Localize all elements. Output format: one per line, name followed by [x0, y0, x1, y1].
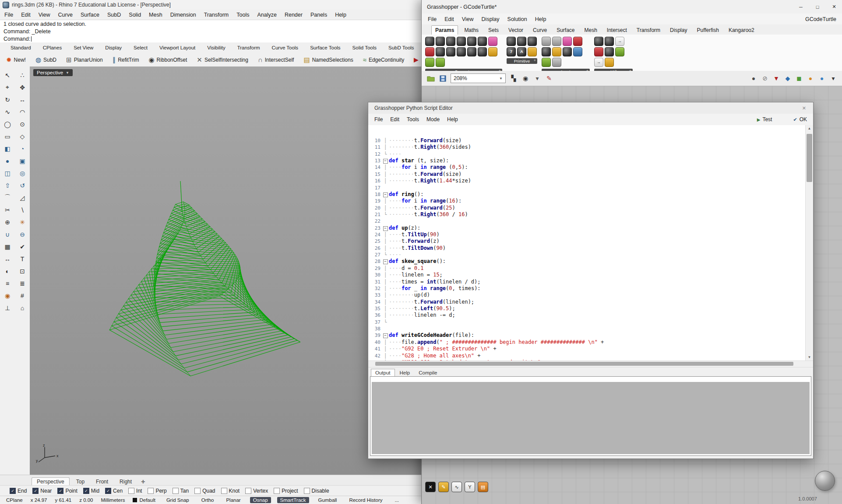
menu-item[interactable]: SubD	[107, 12, 121, 18]
wire-widget-icon[interactable]: Y	[465, 482, 475, 492]
util-param-icon[interactable]	[594, 47, 603, 56]
input-param-icon[interactable]	[552, 58, 561, 67]
primitive-param-icon[interactable]	[528, 37, 537, 46]
paint-icon[interactable]: ✎	[545, 74, 553, 82]
gem-blue-icon[interactable]: ◆	[784, 74, 792, 82]
box-icon[interactable]: ▣	[17, 156, 28, 166]
editor-tab[interactable]: Compile	[415, 369, 441, 376]
planar-union-button[interactable]: ⊞ PlanarUnion	[66, 56, 103, 63]
minimize-button[interactable]: ─	[793, 1, 809, 13]
component-tab[interactable]: Transform	[633, 26, 664, 35]
selected-preview-icon[interactable]: ▼	[772, 74, 780, 82]
viewport-tab[interactable]: Perspective	[32, 477, 70, 486]
osnap-toggle[interactable]: Disable	[304, 488, 329, 494]
input-param-icon[interactable]	[542, 37, 551, 46]
editor-tab[interactable]: Help	[396, 369, 414, 376]
new-button[interactable]: ✹ New!	[6, 56, 26, 63]
explode-icon[interactable]: ✳	[17, 217, 28, 227]
no-preview-icon[interactable]: ⊘	[761, 74, 769, 82]
analyze-icon[interactable]: ✔	[17, 242, 28, 252]
gem-green-icon[interactable]: ◼	[795, 74, 803, 82]
primitive-param-icon[interactable]	[528, 47, 537, 56]
surface-icon[interactable]: ◧	[2, 144, 13, 154]
text-icon[interactable]: T	[17, 254, 28, 264]
osnap-toggle[interactable]: Knot	[221, 488, 240, 494]
menu-item[interactable]: Surface	[81, 12, 99, 18]
document-name-label[interactable]: GCodeTurtle	[805, 16, 836, 22]
select-pointer-icon[interactable]: ↖	[2, 70, 13, 80]
osnap-toggle[interactable]: Cen	[105, 488, 123, 494]
geometry-param-icon[interactable]	[457, 47, 466, 56]
util-param-icon[interactable]: →	[594, 58, 603, 67]
menu-item[interactable]: Edit	[21, 12, 31, 18]
vertical-scrollbar[interactable]: ▲ ▼	[805, 125, 813, 360]
primitive-param-icon[interactable]: A	[517, 47, 526, 56]
editor-tab[interactable]: Output	[371, 369, 395, 377]
geometry-param-icon[interactable]	[478, 47, 487, 56]
toolbar-tab[interactable]: SubD Tools	[388, 45, 414, 50]
osnap-toggle[interactable]: Tan	[173, 488, 189, 494]
expand-icon[interactable]: +	[534, 58, 536, 63]
geometry-param-icon[interactable]	[436, 37, 445, 46]
osnap-toggle[interactable]: End	[10, 488, 27, 494]
menu-item[interactable]: Solid	[129, 12, 141, 18]
toolbar-tab[interactable]: Solid Tools	[352, 45, 377, 50]
hide-icon[interactable]: ◐	[2, 266, 13, 276]
viewport-tab[interactable]: Right	[115, 478, 137, 486]
component-tab[interactable]: Display	[666, 26, 691, 35]
menu-item[interactable]: Dimension	[170, 12, 196, 18]
geometry-param-icon[interactable]	[478, 37, 487, 46]
sketch-widget-icon[interactable]: ✎	[438, 482, 449, 492]
test-button[interactable]: ▶ Test	[757, 116, 772, 122]
intersect-self-button[interactable]: ∩ IntersectSelf	[258, 56, 294, 63]
curve-icon[interactable]: ∿	[2, 107, 13, 117]
preview-caret-icon[interactable]: ▾	[533, 74, 541, 82]
fillet-icon[interactable]: ⌒	[2, 192, 13, 203]
menu-item[interactable]: Display	[482, 16, 500, 22]
save-icon[interactable]	[439, 74, 447, 82]
component-tab[interactable]: Pufferfish	[693, 26, 722, 35]
toolbar-overflow-icon[interactable]: ▶	[414, 56, 418, 63]
sel-self-intersecting-button[interactable]: ✕ SelSelfIntersecting	[197, 56, 248, 63]
chamfer-icon[interactable]: ◿	[17, 192, 28, 203]
component-tab[interactable]: Kangaroo2	[725, 26, 758, 35]
status-toggle[interactable]: Grid Snap	[163, 497, 192, 503]
menu-item[interactable]: Analyze	[257, 12, 276, 18]
status-toggle[interactable]: Osnap	[250, 497, 271, 503]
extrude-icon[interactable]: ⇧	[2, 180, 13, 190]
ball-orange-icon[interactable]: ●	[807, 74, 814, 82]
loft-icon[interactable]: ◔	[17, 144, 28, 154]
close-button[interactable]: ✕	[826, 1, 842, 13]
cplane-icon[interactable]: ⊥	[2, 303, 13, 313]
boolean-difference-icon[interactable]: ⊖	[17, 229, 28, 239]
group-label[interactable]: Primitive+	[507, 58, 537, 64]
menu-item[interactable]: File	[428, 16, 437, 22]
input-param-icon[interactable]	[573, 37, 582, 46]
menu-item[interactable]: File	[374, 116, 383, 122]
boolean-union-icon[interactable]: ∪	[2, 229, 13, 239]
util-param-icon[interactable]: →	[615, 37, 624, 46]
disable-widget-icon[interactable]: ✕	[425, 482, 436, 492]
menu-item[interactable]: Tools	[407, 116, 419, 122]
osnap-toggle[interactable]: Near	[32, 488, 52, 494]
input-param-icon[interactable]	[552, 37, 561, 46]
toolbar-tab[interactable]: Viewport Layout	[159, 45, 195, 50]
refit-trim-button[interactable]: ∥ RefitTrim	[113, 56, 139, 63]
primitive-param-icon[interactable]	[507, 37, 516, 46]
view-icon[interactable]: ⌂	[17, 303, 28, 313]
arc-icon[interactable]: ◠	[17, 107, 28, 117]
properties-icon[interactable]: ≣	[17, 278, 28, 288]
input-param-icon[interactable]	[542, 58, 551, 67]
input-param-icon[interactable]	[552, 47, 561, 56]
lock-icon[interactable]: ⊡	[17, 266, 28, 276]
menu-item[interactable]: View	[39, 12, 50, 18]
geometry-param-icon[interactable]	[425, 47, 434, 56]
osnap-toggle[interactable]: Int	[128, 488, 142, 494]
mesh-icon[interactable]: ▦	[2, 242, 13, 252]
edge-continuity-button[interactable]: ≈ EdgeContinuity	[363, 56, 405, 63]
menu-item[interactable]: Help	[535, 16, 546, 22]
ok-button[interactable]: ✔ OK	[793, 116, 807, 122]
viewport-tab[interactable]: Front	[91, 478, 113, 486]
canvas-compass-sphere[interactable]	[815, 471, 835, 491]
add-viewport-icon[interactable]: ✚	[138, 478, 148, 486]
